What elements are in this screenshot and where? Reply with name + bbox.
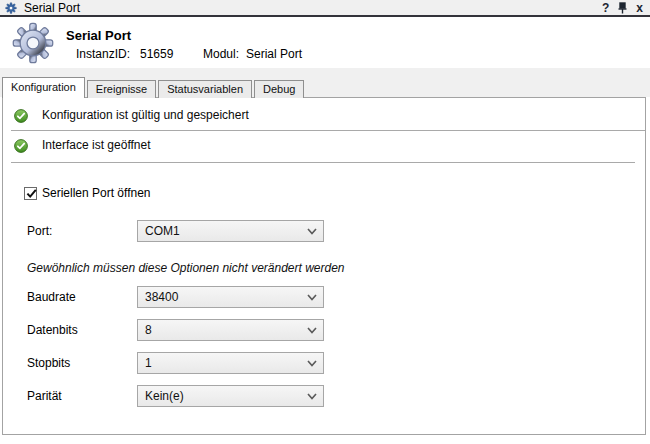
module-header: Serial Port InstanzID: 51659 Modul: Seri… <box>0 17 650 69</box>
help-icon: ? <box>602 1 609 15</box>
pin-button[interactable] <box>618 0 627 15</box>
window-title: Serial Port <box>24 1 80 15</box>
status-message: Interface ist geöffnet <box>42 137 151 153</box>
konfiguration-panel: Konfiguration ist gültig und gespeichert… <box>2 97 646 435</box>
titlebar-controls: ? x <box>602 0 643 15</box>
datenbits-select-value: 8 <box>145 320 152 340</box>
stopbits-select[interactable]: 1 <box>137 352 324 374</box>
tab-statusvariablen[interactable]: Statusvariablen <box>158 80 252 98</box>
chevron-down-icon <box>307 327 317 334</box>
module-title: Serial Port <box>66 28 131 43</box>
help-button[interactable]: ? <box>602 0 609 15</box>
tab-strip: Konfiguration Ereignisse Statusvariablen… <box>2 77 306 98</box>
chevron-down-icon <box>307 228 317 235</box>
serial-port-panel: Serial Port ? x <box>0 0 650 444</box>
chevron-down-icon <box>307 393 317 400</box>
baudrate-select[interactable]: 38400 <box>137 286 324 308</box>
datenbits-select[interactable]: 8 <box>137 319 324 341</box>
datenbits-label: Datenbits <box>27 319 132 341</box>
instance-id-label: InstanzID: <box>76 47 130 61</box>
baudrate-label: Baudrate <box>27 286 132 308</box>
paritaet-select[interactable]: Kein(e) <box>137 385 324 407</box>
port-select-value: COM1 <box>145 221 180 241</box>
stopbits-label: Stopbits <box>27 352 132 374</box>
tab-konfiguration[interactable]: Konfiguration <box>2 77 85 98</box>
close-button[interactable]: x <box>636 0 643 15</box>
instance-id-value: 51659 <box>140 47 173 61</box>
port-label: Port: <box>27 220 132 242</box>
close-icon: x <box>636 1 643 15</box>
options-note: Gewöhnlich müssen diese Optionen nicht v… <box>27 260 345 276</box>
check-circle-icon <box>14 139 28 153</box>
port-select[interactable]: COM1 <box>137 220 324 242</box>
chevron-down-icon <box>307 360 317 367</box>
pin-icon <box>618 2 627 14</box>
checkmark-icon <box>25 187 38 200</box>
module-value: Serial Port <box>246 47 302 61</box>
status-message: Konfiguration ist gültig und gespeichert <box>42 107 249 123</box>
module-meta: InstanzID: 51659 Modul: Serial Port <box>0 47 650 63</box>
titlebar: Serial Port ? x <box>0 0 650 17</box>
paritaet-select-value: Kein(e) <box>145 386 184 406</box>
open-port-checkbox-label[interactable]: Seriellen Port öffnen <box>42 186 151 201</box>
paritaet-label: Parität <box>27 385 132 407</box>
separator <box>11 162 635 163</box>
chevron-down-icon <box>307 294 317 301</box>
baudrate-select-value: 38400 <box>145 287 178 307</box>
stopbits-select-value: 1 <box>145 353 152 373</box>
module-label: Modul: <box>203 47 239 61</box>
tab-ereignisse[interactable]: Ereignisse <box>87 80 156 98</box>
separator <box>11 130 645 131</box>
check-circle-icon <box>14 109 28 123</box>
tab-debug[interactable]: Debug <box>254 80 304 98</box>
open-port-checkbox[interactable] <box>24 187 37 200</box>
gear-icon <box>5 2 17 14</box>
